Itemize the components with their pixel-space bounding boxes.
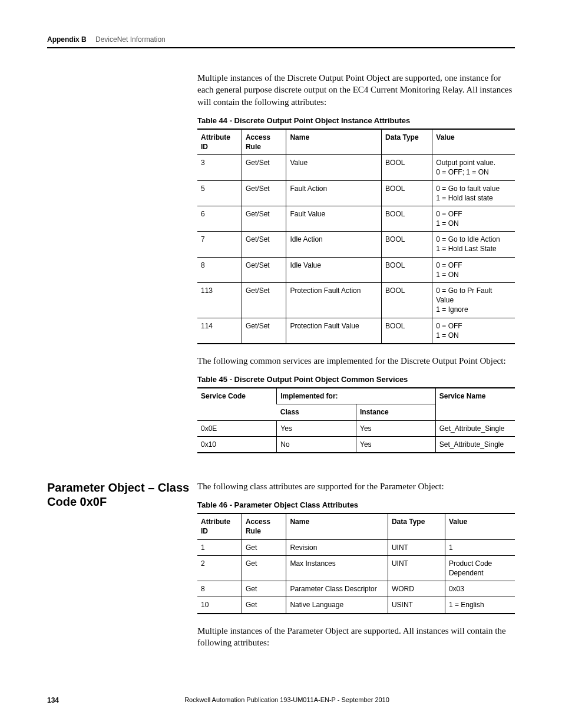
table-row: 0x0EYesYesGet_Attribute_Single [197, 420, 515, 436]
th-instance: Instance [356, 404, 436, 420]
publication-info: Rockwell Automation Publication 193-UM01… [47, 696, 515, 703]
footer: 134 Rockwell Automation Publication 193-… [47, 696, 515, 704]
page-number: 134 [47, 696, 59, 704]
table45: Service Code Implemented for: Service Na… [197, 387, 515, 453]
th-value: Value [445, 513, 515, 539]
table-row: 114Get/SetProtection Fault ValueBOOL0 = … [197, 318, 515, 344]
th-data-type: Data Type [382, 129, 432, 155]
th-data-type: Data Type [388, 513, 445, 539]
para-after-44: The following common services are implem… [197, 355, 515, 367]
th-attribute-id: Attribute ID [197, 513, 242, 539]
table-row: 10GetNative LanguageUSINT1 = English [197, 597, 515, 614]
th-name: Name [286, 513, 388, 539]
th-service-name: Service Name [435, 388, 515, 420]
th-attribute-id: Attribute ID [197, 129, 242, 155]
table46-caption: Table 46 - Parameter Object Class Attrib… [197, 500, 515, 509]
th-implemented-for: Implemented for: [277, 388, 436, 404]
table44-caption: Table 44 - Discrete Output Point Object … [197, 116, 515, 125]
table46: Attribute ID Access Rule Name Data Type … [197, 513, 515, 614]
table-row: 3Get/SetValueBOOLOutput point value. 0 =… [197, 155, 515, 180]
header-rule [47, 47, 515, 48]
table-header-row: Service Code Implemented for: Service Na… [197, 388, 515, 404]
running-header: Appendix B DeviceNet Information [47, 35, 515, 44]
table-row: 7Get/SetIdle ActionBOOL0 = Go to Idle Ac… [197, 232, 515, 257]
table44: Attribute ID Access Rule Name Data Type … [197, 129, 515, 344]
table-row: 8GetParameter Class DescriptorWORD0x03 [197, 581, 515, 597]
table-row: 1GetRevisionUINT1 [197, 539, 515, 555]
th-value: Value [432, 129, 515, 155]
th-service-code: Service Code [197, 388, 277, 420]
table-row: 0x10NoYesSet_Attribute_Single [197, 436, 515, 453]
th-name: Name [286, 129, 382, 155]
table-row: 113Get/SetProtection Fault ActionBOOL0 =… [197, 283, 515, 318]
th-access-rule: Access Rule [242, 129, 286, 155]
th-access-rule: Access Rule [242, 513, 286, 539]
param-intro-paragraph: The following class attributes are suppo… [197, 480, 515, 492]
table-header-row: Attribute ID Access Rule Name Data Type … [197, 129, 515, 155]
section-heading: Parameter Object – Class Code 0x0F [47, 480, 197, 509]
table-row: 6Get/SetFault ValueBOOL0 = OFF 1 = ON [197, 206, 515, 231]
para-after-46: Multiple instances of the Parameter Obje… [197, 625, 515, 649]
table-row: 2GetMax InstancesUINTProduct Code Depend… [197, 555, 515, 581]
table-header-row: Attribute ID Access Rule Name Data Type … [197, 513, 515, 539]
table-row: 5Get/SetFault ActionBOOL0 = Go to fault … [197, 180, 515, 206]
th-class: Class [277, 404, 356, 420]
header-title: DeviceNet Information [95, 35, 166, 44]
table45-caption: Table 45 - Discrete Output Point Object … [197, 375, 515, 384]
intro-paragraph: Multiple instances of the Discrete Outpu… [197, 72, 515, 108]
appendix-label: Appendix B [47, 35, 87, 44]
table-row: 8Get/SetIdle ValueBOOL0 = OFF 1 = ON [197, 257, 515, 282]
